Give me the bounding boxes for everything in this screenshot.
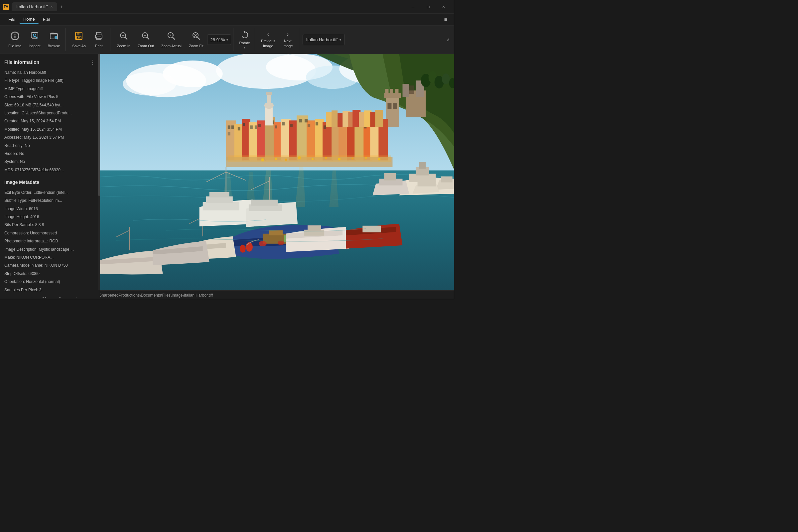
file-selector-chevron: ▾ [340,38,341,41]
close-button[interactable]: ✕ [436,2,451,12]
next-image-icon: › [287,31,289,38]
rotate-chevron: ▾ [244,45,245,49]
menu-file[interactable]: File [4,16,19,23]
svg-rect-80 [275,125,277,128]
zoom-out-label: Zoom Out [138,44,154,48]
next-image-label: NextImage [283,39,293,48]
sidebar-more-button[interactable]: ⋮ [90,58,96,66]
image-viewer [100,54,454,290]
maximize-button[interactable]: □ [421,2,436,12]
svg-rect-73 [238,127,241,130]
save-as-label: Save As [72,44,86,48]
file-info-row: Created: May 15, 2024 3:54 PM [0,117,100,125]
file-info-row: Location: C:\Users\SharpenedProdu... [0,109,100,117]
zoom-tools-group: Zoom In Zoom Out 1:1 Zoom Act [112,28,233,51]
browse-label: Browse [48,44,60,48]
zoom-out-button[interactable]: Zoom Out [134,29,157,50]
svg-rect-125 [203,202,240,210]
hamburger-menu-button[interactable]: ≡ [441,15,450,24]
tab-close-button[interactable]: × [50,5,53,9]
file-selector-group: Italian Harbor.tiff ▾ [301,28,347,51]
file-info-row: Size: 69.18 MB (72,544,540 byt... [0,101,100,109]
zoom-in-button[interactable]: Zoom In [114,29,134,50]
svg-rect-44 [384,93,401,98]
file-info-row: MD5: 0713276f3574e1be66920... [0,166,100,174]
svg-rect-108 [384,173,396,180]
browse-button[interactable]: Browse [44,29,63,50]
svg-line-27 [173,37,174,39]
svg-rect-105 [419,162,426,169]
file-info-row: Name: Italian Harbor.tiff [0,69,100,76]
image-metadata-row: Orientation: Horizontal (normal) [0,278,100,286]
save-as-icon [74,31,83,42]
next-image-button[interactable]: › NextImage [279,29,297,50]
svg-rect-97 [267,94,271,107]
svg-rect-122 [362,226,381,232]
inspect-button[interactable]: Inspect [25,29,43,50]
svg-rect-49 [393,103,397,109]
zoom-in-label: Zoom In [117,44,130,48]
svg-rect-109 [418,182,436,187]
minimize-button[interactable]: ─ [405,2,421,12]
menu-edit[interactable]: Edit [39,16,54,23]
svg-rect-70 [228,125,230,129]
save-as-button[interactable]: Save As [69,29,89,50]
zoom-out-icon [141,31,150,42]
browse-icon [49,31,58,42]
svg-line-24 [147,37,149,39]
file-selector-value: Italian Harbor.tiff [306,37,338,42]
svg-point-143 [365,157,367,158]
svg-rect-159 [375,110,383,127]
svg-rect-121 [307,225,321,231]
svg-rect-85 [307,124,310,127]
svg-line-29 [197,37,200,39]
main-content: File Information ⋮ Name: Italian Harbor.… [0,54,454,290]
svg-rect-4 [31,33,38,38]
image-metadata-section: Exif Byte Order: Little-endian (Intel...… [0,189,100,294]
file-info-row: Modified: May 15, 2024 3:54 PM [0,125,100,133]
file-info-button[interactable]: File Info [5,29,25,50]
rotate-group: Rotate ▾ [235,28,255,51]
toolbar-collapse-button[interactable]: ∧ [445,36,451,43]
svg-rect-76 [255,125,258,129]
svg-rect-72 [228,132,230,135]
svg-rect-98 [266,92,272,95]
svg-point-123 [259,241,267,246]
zoom-fit-icon [191,31,201,42]
zoom-fit-label: Zoom Fit [189,44,203,48]
image-metadata-row: Exif Byte Order: Little-endian (Intel... [0,189,100,196]
rotate-button[interactable]: Rotate ▾ [237,29,253,50]
previous-image-button[interactable]: ‹ PreviousImage [258,29,278,50]
zoom-actual-button[interactable]: 1:1 Zoom Actual [158,29,185,50]
zoom-percent-dropdown[interactable]: 28.91% ▾ [207,34,231,45]
menu-home[interactable]: Home [19,15,39,24]
svg-rect-71 [231,125,234,129]
image-metadata-row: Compression: Uncompressed [0,229,100,237]
svg-rect-82 [290,124,292,127]
file-selector-dropdown[interactable]: Italian Harbor.tiff ▾ [303,34,345,45]
title-bar: FV Italian Harbor.tiff × + ─ □ ✕ [0,0,454,14]
window-controls: ─ □ ✕ [405,2,451,12]
nav-group: ‹ PreviousImage › NextImage [256,28,299,51]
zoom-fit-button[interactable]: Zoom Fit [186,29,207,50]
rotate-label: Rotate [240,41,250,45]
print-button[interactable]: Print [90,29,108,50]
file-tools-group: File Info Inspect [3,28,65,51]
tab-title: Italian Harbor.tiff [16,4,48,9]
file-information-header: File Information ⋮ [0,57,100,69]
active-tab[interactable]: Italian Harbor.tiff × [12,2,57,11]
svg-rect-42 [409,86,414,94]
file-info-row: File type: Tagged Image File (.tiff) [0,76,100,84]
svg-rect-106 [441,176,453,183]
rotate-icon [240,30,249,40]
new-tab-button[interactable]: + [60,4,63,10]
sidebar: File Information ⋮ Name: Italian Harbor.… [0,54,100,297]
svg-point-139 [311,158,314,160]
svg-rect-101 [228,155,391,162]
svg-rect-86 [316,122,318,125]
image-metadata-row: Subfile Type: Full-resolution im... [0,196,100,205]
svg-rect-84 [305,119,307,122]
svg-rect-3 [14,36,15,38]
svg-point-114 [240,245,246,253]
image-metadata-row: Image Height: 4016 [0,213,100,221]
